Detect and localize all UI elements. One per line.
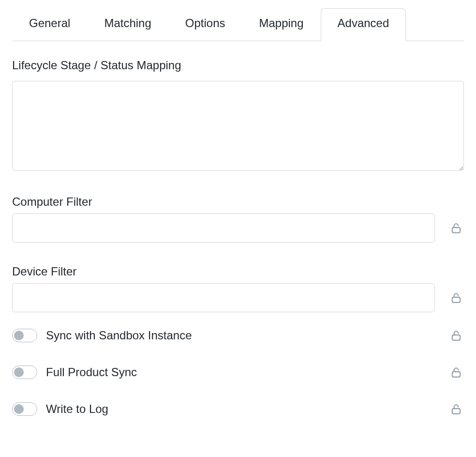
computer-filter-input[interactable] — [12, 213, 435, 243]
lock-open-icon[interactable] — [448, 366, 464, 379]
device-filter-input[interactable] — [12, 283, 435, 312]
lock-open-icon[interactable] — [448, 403, 464, 415]
tabs: General Matching Options Mapping Advance… — [12, 8, 464, 41]
lifecycle-mapping-textarea[interactable] — [12, 81, 464, 171]
toggle-write-to-log[interactable] — [12, 402, 37, 416]
lock-open-icon[interactable] — [448, 291, 464, 304]
toggle-full-product-sync[interactable] — [12, 366, 37, 379]
lock-open-icon[interactable] — [448, 222, 464, 234]
toggle-sync-sandbox[interactable] — [12, 329, 37, 342]
tab-options[interactable]: Options — [168, 8, 242, 41]
toggle-sync-sandbox-label: Sync with Sandbox Instance — [46, 329, 192, 342]
device-filter-label: Device Filter — [12, 265, 464, 278]
tab-matching[interactable]: Matching — [87, 8, 168, 41]
lock-open-icon[interactable] — [448, 329, 464, 342]
lifecycle-mapping-label: Lifecycle Stage / Status Mapping — [12, 59, 464, 72]
toggle-full-product-sync-label: Full Product Sync — [46, 366, 137, 379]
toggle-write-to-log-label: Write to Log — [46, 402, 108, 416]
tab-mapping[interactable]: Mapping — [242, 8, 321, 41]
computer-filter-label: Computer Filter — [12, 195, 464, 209]
tab-general[interactable]: General — [12, 8, 87, 41]
tab-advanced[interactable]: Advanced — [321, 8, 406, 41]
